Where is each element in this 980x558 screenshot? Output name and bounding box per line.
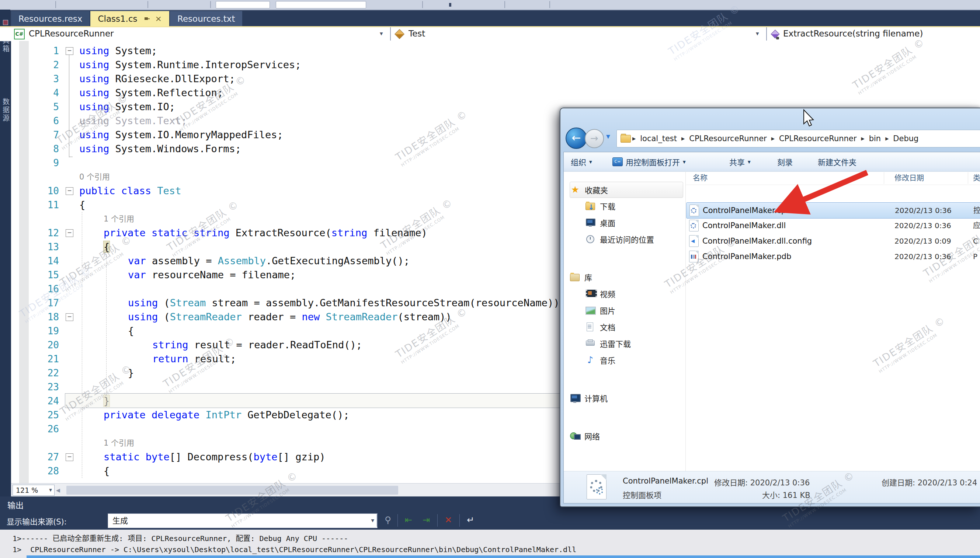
sidebar-item-计算机[interactable]: 计算机: [570, 390, 607, 406]
file-row-ControlPanelMaker.cpl[interactable]: ControlPanelMaker.cpl2020/2/13 0:36控: [686, 202, 980, 218]
command-共享[interactable]: 共享▼: [729, 152, 751, 171]
output-source-value: 生成: [112, 516, 128, 525]
tab-Resources.txt[interactable]: Resources.txt: [170, 11, 242, 26]
next-message-icon[interactable]: ⇥: [419, 513, 433, 527]
documents-icon: [585, 322, 596, 332]
project-dropdown[interactable]: CPLResourceRunner: [29, 29, 114, 38]
recent-pages-chevron-icon[interactable]: ▼: [606, 133, 610, 140]
fold-collapse-icon[interactable]: −: [66, 229, 73, 237]
rail-tab-data-sources[interactable]: 数据源: [1, 98, 11, 122]
line-number: 28: [29, 464, 59, 478]
fold-collapse-icon[interactable]: −: [66, 187, 73, 195]
tab-Class1.cs[interactable]: Class1.cs×: [90, 11, 169, 26]
sidebar-item-音乐[interactable]: ♪音乐: [585, 352, 616, 368]
toolbar-separator: [504, 1, 505, 8]
toolbar-searchbox-fragment[interactable]: [276, 1, 366, 8]
previous-message-icon[interactable]: ⇤: [401, 513, 416, 527]
column-header-date[interactable]: 修改日期: [895, 171, 924, 185]
output-line: 1> CPLResourceRunner -> C:\Users\xysoul\…: [13, 545, 576, 554]
pin-icon[interactable]: [144, 16, 150, 22]
sidebar-item-迅雷下载[interactable]: 迅雷下载: [585, 336, 631, 351]
command-刻录[interactable]: 刻录: [777, 152, 793, 171]
line-number: 21: [29, 352, 59, 366]
details-created: 创建日期: 2020/2/13 0:24: [882, 476, 977, 487]
word-wrap-icon[interactable]: ↵: [463, 513, 478, 527]
sidebar-item-视频[interactable]: 视频: [585, 286, 616, 302]
screen: 工具箱 数据源 Resources.resxClass1.cs×Resource…: [0, 0, 980, 558]
sidebar-item-下载[interactable]: ↓下载: [585, 198, 616, 214]
codelens-references[interactable]: 1 个引用: [103, 212, 134, 226]
details-kind: 控制面板项: [623, 489, 662, 500]
column-divider[interactable]: [884, 172, 884, 184]
horizontal-scrollbar-thumb[interactable]: [66, 486, 398, 495]
breadcrumb-separator-icon: ▶: [770, 136, 776, 141]
dll-file-icon: [689, 220, 699, 231]
breadcrumb-item[interactable]: Debug: [890, 134, 921, 143]
chevron-down-icon[interactable]: ▼: [380, 31, 383, 36]
sidebar-item-网络[interactable]: 网络: [570, 428, 600, 444]
find-message-icon[interactable]: ⚲: [381, 513, 395, 527]
close-icon[interactable]: ×: [155, 15, 162, 23]
fold-collapse-icon[interactable]: −: [66, 313, 73, 321]
breadcrumb-item[interactable]: local_test: [637, 134, 680, 143]
toolbar-combobox-fragment[interactable]: [216, 1, 270, 8]
computer-icon: [570, 393, 580, 403]
sidebar-item-文档[interactable]: 文档: [585, 319, 616, 335]
clear-all-icon[interactable]: ✕: [441, 513, 456, 527]
scroll-left-arrow[interactable]: ◀: [56, 486, 60, 495]
control-panel-icon: C=: [612, 158, 623, 166]
sidebar-item-label: 库: [584, 272, 592, 283]
codelens-references[interactable]: 1 个引用: [103, 436, 134, 450]
details-size: 大小: 161 KB: [762, 489, 810, 500]
vs-left-rail: 工具箱 数据源: [0, 10, 10, 558]
type-dropdown[interactable]: Test: [409, 29, 425, 38]
toolbar-glyph-fragment: [449, 3, 451, 7]
chevron-down-icon[interactable]: ▼: [756, 31, 759, 36]
file-row-ControlPanelMaker.pdb[interactable]: ControlPanelMaker.pdb2020/2/13 0:36P: [686, 249, 980, 264]
command-用控制面板打开[interactable]: C=用控制面板打开▼: [612, 152, 686, 171]
forward-button[interactable]: →: [585, 129, 604, 148]
file-date-modified: 2020/2/13 0:36: [895, 203, 952, 218]
zoom-level-select[interactable]: 121 % ▼: [13, 485, 54, 496]
command-新建文件夹[interactable]: 新建文件夹: [818, 152, 857, 171]
code-text: static byte[] Decompress(byte[] gzip): [103, 450, 325, 464]
output-source-select[interactable]: 生成 ▼: [108, 514, 378, 528]
line-number: 27: [29, 450, 59, 464]
sidebar-item-label: 文档: [600, 322, 616, 332]
sidebar-item-库[interactable]: 库: [570, 269, 592, 285]
codelens-references[interactable]: 0 个引用: [79, 170, 110, 184]
navbar-separator: [390, 27, 391, 41]
output-text-area[interactable]: 1>------ 已启动全部重新生成: 项目: CPLResourceRunne…: [0, 530, 980, 558]
column-header-type[interactable]: 类: [973, 171, 980, 185]
line-number: 1: [29, 44, 59, 58]
line-number: 13: [29, 240, 59, 254]
member-dropdown[interactable]: ExtractResource(string filename): [783, 29, 923, 38]
code-text: using System.Windows.Forms;: [79, 142, 241, 156]
sidebar-item-label: 视频: [600, 288, 616, 299]
toolbar-separator: [422, 1, 423, 8]
fold-collapse-icon[interactable]: −: [66, 453, 73, 461]
column-divider[interactable]: [968, 172, 968, 184]
explorer-titlebar[interactable]: ← → ▼ ▶local_test▶CPLResourceRunner▶CPLR…: [560, 108, 980, 152]
fold-collapse-icon[interactable]: −: [66, 47, 73, 55]
breadcrumb-item[interactable]: bin: [866, 134, 884, 143]
breadcrumb-item[interactable]: CPLResourceRunner: [776, 134, 859, 143]
sidebar-item-最近访问的位置[interactable]: 最近访问的位置: [585, 231, 654, 247]
command-组织[interactable]: 组织▼: [571, 152, 592, 171]
line-number: 26: [29, 422, 59, 436]
toolbar-separator: [148, 1, 148, 8]
explorer-window[interactable]: ← → ▼ ▶local_test▶CPLResourceRunner▶CPLR…: [560, 108, 980, 507]
sidebar-item-图片[interactable]: 图片: [585, 303, 616, 318]
sidebar-item-收藏夹[interactable]: ★收藏夹: [570, 182, 683, 198]
sidebar-item-label: 下载: [600, 200, 616, 212]
back-button[interactable]: ←: [566, 128, 587, 149]
address-bar[interactable]: ▶local_test▶CPLResourceRunner▶CPLResourc…: [616, 130, 980, 148]
file-row-ControlPanelMaker.dll[interactable]: ControlPanelMaker.dll2020/2/13 0:36应: [686, 218, 980, 233]
command-label: 组织: [571, 156, 586, 167]
file-row-ControlPanelMaker.dll.config[interactable]: ControlPanelMaker.dll.config2020/2/13 0:…: [686, 233, 980, 249]
breadcrumb-item[interactable]: CPLResourceRunner: [686, 134, 770, 143]
tab-Resources.resx[interactable]: Resources.resx: [11, 11, 90, 26]
column-header-name[interactable]: 名称: [693, 171, 708, 185]
line-number: 22: [29, 366, 59, 380]
sidebar-item-桌面[interactable]: 桌面: [585, 215, 616, 230]
